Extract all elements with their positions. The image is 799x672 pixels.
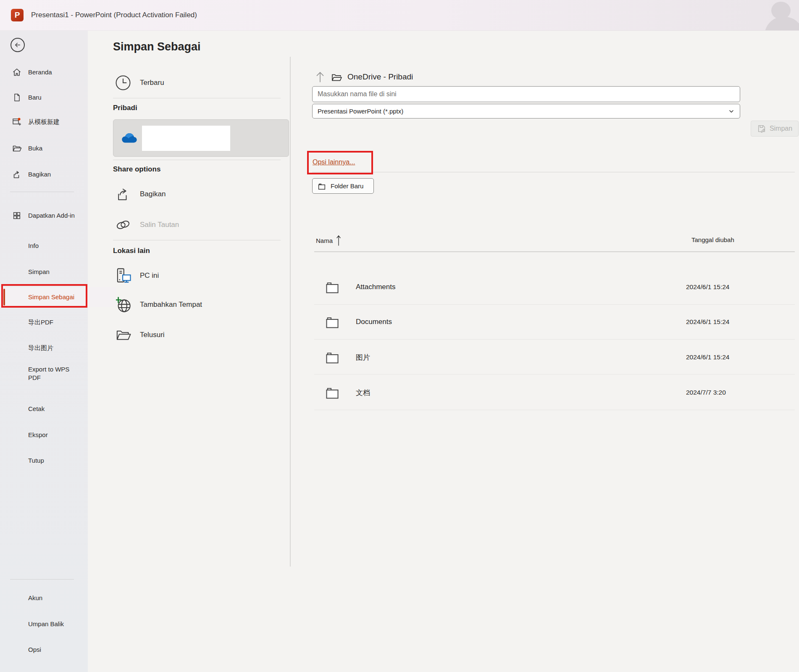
sidebar-item-label: Simpan Sebagai	[28, 293, 74, 301]
filename-input[interactable]	[312, 86, 740, 102]
row-divider	[314, 339, 795, 340]
add-place-label: Tambahkan Tempat	[140, 300, 202, 309]
folder-row-documents[interactable]: Documents 2024/6/1 15:24	[314, 310, 795, 334]
sidebar-item-label: Info	[28, 242, 39, 250]
folder-icon	[325, 314, 340, 329]
folder-modified-date: 2024/6/1 15:24	[686, 353, 729, 361]
sidebar-item-bagikan[interactable]: Bagikan	[0, 165, 88, 184]
share-options-heading: Share options	[113, 165, 160, 174]
sidebar-item-export-pdf[interactable]: 导出PDF	[0, 313, 116, 332]
up-one-level-button[interactable]	[315, 71, 326, 83]
computer-icon	[113, 266, 133, 286]
column-header-modified[interactable]: Tanggal diubah	[691, 236, 734, 243]
sidebar-item-umpan-balik[interactable]: Umpan Balik	[0, 615, 116, 633]
open-folder-icon	[331, 72, 343, 82]
open-folder-icon	[113, 325, 133, 345]
share-item[interactable]: Bagikan	[113, 184, 166, 204]
recent-item[interactable]: Terbaru	[113, 72, 164, 93]
back-button[interactable]	[11, 38, 25, 52]
new-document-icon	[12, 92, 22, 103]
add-ins-icon	[12, 211, 22, 221]
folder-icon	[325, 350, 340, 365]
add-place-item[interactable]: Tambahkan Tempat	[113, 294, 202, 315]
browse-item[interactable]: Telusuri	[113, 324, 165, 345]
sidebar-item-label: Umpan Balik	[28, 620, 64, 628]
powerpoint-backstage-window: P Presentasi1 - PowerPoint (Product Acti…	[0, 0, 799, 672]
folder-row-docs[interactable]: 文档 2024/7/7 3:20	[314, 381, 795, 404]
home-icon	[12, 67, 22, 77]
sidebar-item-simpan[interactable]: Simpan	[0, 263, 116, 281]
personal-heading: Pribadi	[113, 104, 137, 112]
sidebar-item-label: 导出图片	[28, 344, 53, 352]
avatar-icon-body	[765, 17, 799, 31]
folder-icon	[318, 182, 326, 190]
folder-name: Attachments	[356, 283, 396, 291]
current-location-title[interactable]: OneDrive - Pribadi	[347, 72, 413, 82]
sort-ascending-arrow-icon	[336, 235, 341, 246]
sidebar-item-label: Export to WPS PDF	[28, 365, 84, 382]
folder-modified-date: 2024/6/1 15:24	[686, 283, 729, 291]
sidebar-item-beranda[interactable]: Beranda	[0, 63, 88, 82]
sidebar-item-label: Dapatkan Add-in	[28, 211, 77, 220]
folder-name: 图片	[356, 353, 370, 362]
sidebar-item-akun[interactable]: Akun	[0, 589, 116, 607]
this-pc-item[interactable]: PC ini	[113, 265, 159, 286]
sidebar-item-label: Beranda	[28, 68, 52, 76]
panel-vertical-divider	[290, 57, 291, 567]
folder-name: 文档	[356, 388, 370, 398]
copy-link-label: Salin Tautan	[140, 221, 179, 229]
folder-modified-date: 2024/6/1 15:24	[686, 318, 729, 326]
folder-row-pictures[interactable]: 图片 2024/6/1 15:24	[314, 345, 795, 369]
sidebar-item-label: Tutup	[28, 456, 44, 465]
window-title: Presentasi1 - PowerPoint (Product Activa…	[31, 0, 197, 30]
sidebar-item-info[interactable]: Info	[0, 237, 116, 255]
sidebar-item-label: Buka	[28, 144, 42, 153]
row-divider	[314, 410, 795, 410]
sidebar-item-label: 从模板新建	[28, 118, 60, 126]
sidebar-item-cetak[interactable]: Cetak	[0, 400, 116, 418]
share-label: Bagikan	[140, 190, 166, 198]
chevron-down-icon	[728, 108, 735, 115]
sidebar-item-baru[interactable]: Baru	[0, 88, 88, 107]
more-options-link[interactable]: Opsi lainnya...	[313, 158, 355, 166]
row-divider	[314, 374, 795, 374]
toolbar-divider	[312, 172, 795, 172]
list-header-divider	[314, 251, 795, 252]
sidebar-item-export-image[interactable]: 导出图片	[0, 339, 116, 357]
middle-divider	[113, 98, 281, 98]
folder-name: Documents	[356, 318, 392, 326]
column-header-name[interactable]: Nama	[316, 235, 341, 246]
name-column-label: Nama	[316, 237, 333, 244]
sidebar-item-export-wps-pdf[interactable]: Export to WPS PDF	[0, 361, 116, 386]
sidebar-item-ekspor[interactable]: Ekspor	[0, 426, 116, 444]
sidebar-item-dapatkan-add-in[interactable]: Dapatkan Add-in	[0, 203, 88, 228]
save-button-label: Simpan	[770, 125, 792, 132]
row-divider	[314, 304, 795, 305]
onedrive-account-card[interactable]	[113, 119, 289, 157]
clock-icon	[113, 73, 133, 93]
file-type-value: Presentasi PowerPoint (*.pptx)	[318, 108, 403, 115]
file-type-dropdown[interactable]: Presentasi PowerPoint (*.pptx)	[312, 104, 740, 119]
sidebar-item-label: Bagikan	[28, 170, 51, 179]
sidebar-item-new-from-template[interactable]: 从模板新建	[0, 113, 88, 131]
this-pc-label: PC ini	[140, 271, 159, 280]
sidebar-item-opsi[interactable]: Opsi	[0, 640, 116, 659]
folder-modified-date: 2024/7/7 3:20	[686, 389, 726, 396]
redacted-account-name	[142, 126, 230, 151]
sidebar-item-label: Cetak	[28, 405, 45, 413]
browse-label: Telusuri	[140, 331, 165, 339]
sidebar-item-buka[interactable]: Buka	[0, 139, 88, 158]
arrow-left-icon	[14, 41, 21, 49]
page-title: Simpan Sebagai	[113, 40, 201, 53]
folder-row-attachments[interactable]: Attachments 2024/6/1 15:24	[314, 275, 795, 299]
middle-divider	[113, 160, 281, 160]
save-button[interactable]: Simpan	[751, 121, 799, 137]
floppy-pencil-icon	[757, 124, 766, 133]
sidebar-item-simpan-sebagai[interactable]: Simpan Sebagai	[0, 287, 116, 307]
new-folder-button[interactable]: Folder Baru	[312, 178, 374, 194]
title-bar: P Presentasi1 - PowerPoint (Product Acti…	[0, 0, 799, 31]
sidebar-item-tutup[interactable]: Tutup	[0, 451, 116, 470]
recent-label: Terbaru	[140, 79, 164, 87]
link-icon	[113, 215, 133, 235]
globe-plus-icon	[113, 295, 133, 315]
